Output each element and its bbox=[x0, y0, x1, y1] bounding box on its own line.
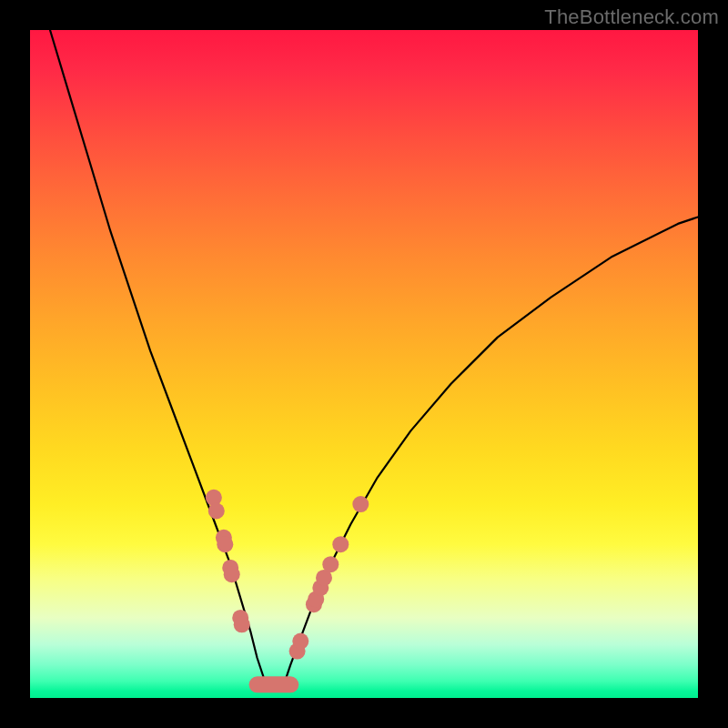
marker-dot bbox=[322, 556, 339, 572]
scatter-markers bbox=[206, 490, 369, 693]
marker-bottom-cluster bbox=[249, 676, 299, 693]
marker-dot bbox=[234, 616, 250, 632]
marker-dot bbox=[224, 566, 240, 582]
marker-dot bbox=[217, 536, 233, 552]
marker-dot bbox=[332, 536, 349, 552]
chart-frame: TheBottleneck.com bbox=[0, 0, 728, 728]
plot-area bbox=[30, 30, 698, 698]
marker-dot bbox=[352, 496, 369, 512]
bottleneck-curve-svg bbox=[30, 30, 698, 698]
bottleneck-curve bbox=[50, 30, 698, 692]
marker-dot bbox=[208, 503, 225, 520]
marker-dot bbox=[292, 633, 308, 650]
watermark-text: TheBottleneck.com bbox=[544, 5, 719, 29]
